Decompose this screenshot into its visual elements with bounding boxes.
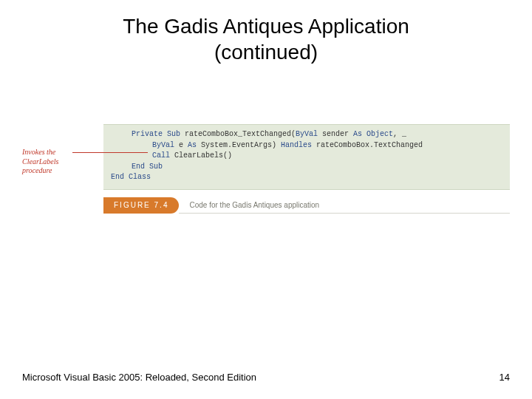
callout-connector-line xyxy=(72,152,148,153)
code-line-1: Private Sub rateComboBox_TextChanged(ByV… xyxy=(111,129,502,140)
footer-text: Microsoft Visual Basic 2005: Reloaded, S… xyxy=(22,372,256,383)
callout-line-3: procedure xyxy=(22,166,52,174)
figure-caption-row: FIGURE 7.4 Code for the Gadis Antiques a… xyxy=(103,197,510,214)
figure-caption: Code for the Gadis Antiques application xyxy=(179,197,510,214)
slide-footer: Microsoft Visual Basic 2005: Reloaded, S… xyxy=(22,372,510,383)
code-block: Private Sub rateComboBox_TextChanged(ByV… xyxy=(103,124,510,190)
code-line-2: ByVal e As System.EventArgs) Handles rat… xyxy=(111,140,502,151)
slide: The Gadis Antiques Application (continue… xyxy=(0,0,532,399)
figure-area: Invokes the ClearLabels procedure Privat… xyxy=(22,124,510,214)
code-line-3: Call ClearLabels() xyxy=(111,151,502,162)
figure-label: FIGURE 7.4 xyxy=(103,197,179,214)
code-line-4: End Sub xyxy=(111,162,502,173)
slide-title: The Gadis Antiques Application (continue… xyxy=(0,0,532,65)
code-line-5: End Class xyxy=(111,172,502,183)
callout-line-2: ClearLabels xyxy=(22,157,58,166)
title-line-2: (continued) xyxy=(214,41,318,64)
callout-line-1: Invokes the xyxy=(22,148,55,156)
page-number: 14 xyxy=(499,372,510,383)
margin-callout: Invokes the ClearLabels procedure xyxy=(22,148,80,176)
title-line-1: The Gadis Antiques Application xyxy=(123,15,409,38)
